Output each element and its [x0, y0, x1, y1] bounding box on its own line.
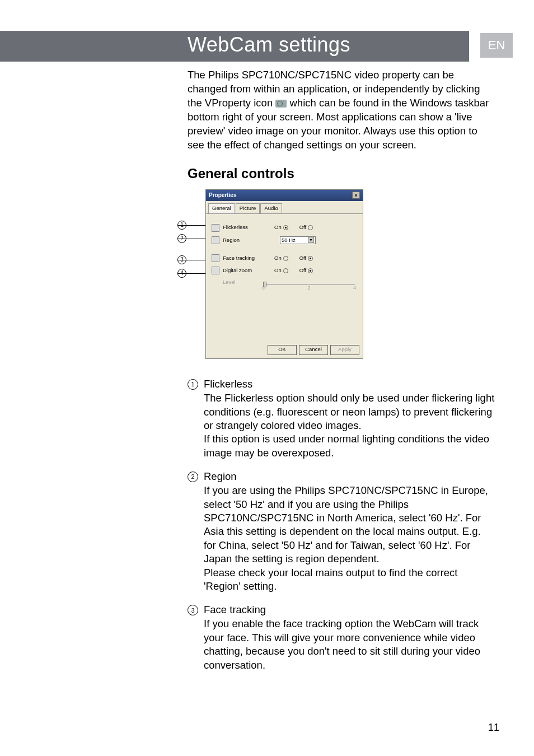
page-number: 11 [488, 722, 499, 734]
ok-button[interactable]: OK [268, 345, 297, 355]
row-face-tracking: Face tracking On Off [212, 254, 357, 262]
vproperty-icon [275, 100, 287, 108]
intro-paragraph: The Philips SPC710NC/SPC715NC video prop… [188, 68, 495, 152]
region-value: 50 Hz [282, 237, 296, 244]
flickerless-off-radio[interactable]: Off [299, 224, 313, 231]
digital-zoom-label: Digital zoom [223, 267, 261, 274]
desc-num-3: 3 [188, 605, 198, 615]
apply-button[interactable]: Apply [330, 345, 359, 355]
digital-zoom-off-radio[interactable]: Off [299, 267, 313, 274]
desc-num-1: 1 [188, 379, 198, 390]
tab-general[interactable]: General [208, 203, 235, 213]
desc-item-3: 3 Face tracking If you enable the face t… [188, 603, 495, 672]
row-digital-zoom: Digital zoom On Off [212, 267, 357, 274]
header-row: WebCam settings EN [0, 31, 534, 62]
dialog-tabs: General Picture Audio [206, 201, 363, 214]
dialog-screenshot: 1 2 3 4 Properties × General Picture Aud… [188, 189, 364, 366]
desc-title-1: Flickerless [204, 377, 495, 391]
face-tracking-on-radio[interactable]: On [274, 255, 288, 262]
digital-zoom-icon [212, 267, 219, 274]
level-slider-row [261, 284, 357, 285]
dialog-body: Flickerless On Off Region 50 Hz ▼ [206, 214, 363, 342]
properties-dialog: Properties × General Picture Audio Flick… [205, 189, 363, 358]
desc-title-2: Region [204, 470, 495, 484]
row-region: Region 50 Hz ▼ [212, 236, 357, 245]
desc-title-3: Face tracking [204, 603, 495, 617]
digital-zoom-on-radio[interactable]: On [274, 267, 288, 274]
region-label: Region [223, 237, 261, 244]
tab-picture[interactable]: Picture [236, 203, 260, 213]
flickerless-icon [212, 224, 219, 232]
cancel-button[interactable]: Cancel [299, 345, 328, 355]
level-label: Level [223, 279, 261, 286]
left-gutter [0, 31, 56, 62]
desc-text-3: If you enable the face tracking option t… [204, 617, 495, 672]
flickerless-on-radio[interactable]: On [274, 224, 288, 231]
descriptions: 1 Flickerless The Flickerless option sho… [188, 377, 495, 672]
desc-num-2: 2 [188, 472, 198, 482]
section-heading: General controls [188, 165, 495, 183]
chevron-down-icon: ▼ [308, 237, 314, 243]
dialog-buttons: OK Cancel Apply [206, 342, 363, 358]
desc-text-2: If you are using the Philips SPC710NC/SP… [204, 484, 495, 593]
flickerless-label: Flickerless [223, 224, 261, 231]
face-tracking-label: Face tracking [223, 255, 261, 262]
region-select[interactable]: 50 Hz ▼ [280, 236, 316, 245]
content-area: The Philips SPC710NC/SPC715NC video prop… [188, 68, 495, 672]
language-badge: EN [480, 33, 513, 58]
face-tracking-icon [212, 254, 219, 262]
page-title: WebCam settings [56, 31, 469, 62]
row-flickerless: Flickerless On Off [212, 224, 357, 232]
dialog-titlebar: Properties × [206, 190, 363, 201]
level-slider[interactable] [263, 284, 355, 285]
level-ticks: 0 2 4 [261, 285, 357, 291]
region-icon [212, 236, 219, 244]
desc-text-1: The Flickerless option should only be us… [204, 391, 495, 460]
desc-item-1: 1 Flickerless The Flickerless option sho… [188, 377, 495, 460]
dialog-title: Properties [209, 192, 236, 199]
close-icon[interactable]: × [352, 192, 360, 199]
desc-item-2: 2 Region If you are using the Philips SP… [188, 470, 495, 593]
face-tracking-off-radio[interactable]: Off [299, 255, 313, 262]
tab-audio[interactable]: Audio [260, 203, 282, 213]
